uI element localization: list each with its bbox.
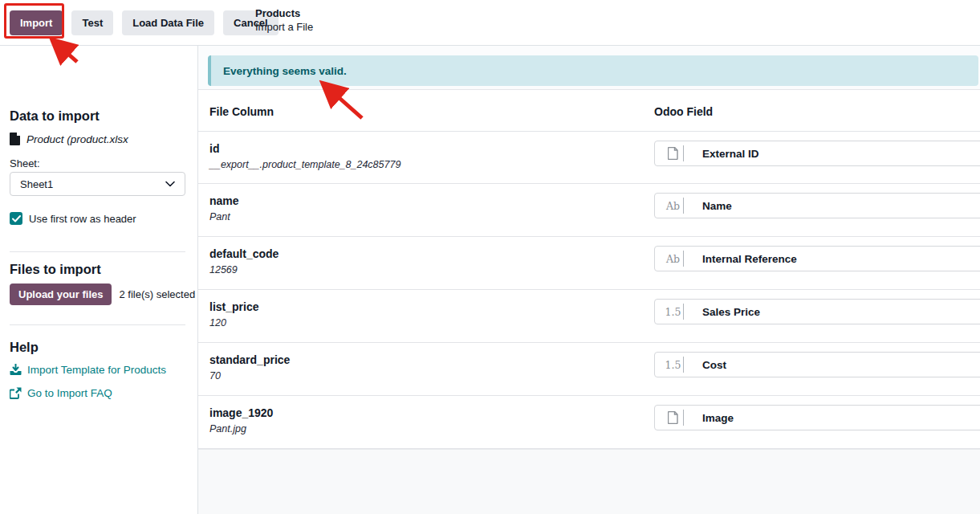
odoo-field-label: Name	[702, 200, 732, 212]
field-box-divider	[683, 145, 684, 161]
field-box-divider	[683, 251, 684, 267]
document-icon	[664, 411, 682, 424]
files-selected-count: 2 file(s) selected	[119, 288, 195, 300]
odoo-field-label: Sales Price	[702, 306, 760, 318]
number-icon: 1.5	[664, 359, 682, 371]
file-column-name: standard_price	[209, 353, 290, 366]
main-content: Everything seems valid. File Column Odoo…	[198, 46, 980, 514]
first-row-header-option[interactable]: Use first row as header	[10, 212, 136, 225]
files-to-import-heading: Files to import	[10, 262, 101, 277]
validation-alert-text: Everything seems valid.	[211, 65, 347, 77]
import-screen: Import Test Load Data File Cancel Produc…	[0, 0, 980, 514]
first-row-header-label: Use first row as header	[29, 213, 136, 225]
table-row: standard_price 70 1.5 Cost	[198, 343, 980, 396]
odoo-field-label: Internal Reference	[702, 253, 797, 265]
file-column-sample-value: 12569	[209, 264, 238, 275]
data-to-import-heading: Data to import	[10, 108, 100, 124]
file-column-sample-value: Pant	[209, 211, 230, 222]
breadcrumb: Products Import a File	[255, 6, 313, 34]
table-row: list_price 120 1.5 Sales Price	[198, 290, 980, 343]
sidebar-divider	[10, 324, 185, 325]
sheet-select[interactable]: Sheet1	[10, 172, 185, 196]
odoo-field-select[interactable]: 1.5 Sales Price	[654, 299, 980, 324]
validation-alert: Everything seems valid.	[208, 55, 978, 86]
document-icon	[664, 147, 682, 160]
odoo-field-label: Image	[702, 412, 734, 424]
test-button[interactable]: Test	[71, 10, 113, 35]
text-icon: Ab	[664, 253, 682, 265]
breadcrumb-title[interactable]: Products	[255, 6, 313, 20]
sidebar-divider	[10, 251, 185, 252]
file-column-name: image_1920	[209, 406, 273, 419]
sheet-label: Sheet:	[10, 157, 40, 169]
breadcrumb-subtitle: Import a File	[255, 20, 313, 34]
odoo-field-select[interactable]: Ab Name	[654, 193, 980, 218]
odoo-field-label: External ID	[702, 148, 759, 160]
imported-file-row: Product (product.xlsx	[10, 133, 128, 145]
table-row: image_1920 Pant.jpg Image	[198, 396, 980, 449]
odoo-field-select[interactable]: Ab Internal Reference	[654, 246, 980, 271]
file-column-name: name	[209, 194, 239, 207]
file-column-sample-value: Pant.jpg	[209, 423, 246, 434]
file-column-sample-value: 120	[209, 317, 226, 328]
table-row: name Pant Ab Name	[198, 184, 980, 237]
odoo-field-label: Cost	[702, 359, 726, 371]
upload-your-files-button[interactable]: Upload your files	[10, 284, 112, 305]
sheet-select-value: Sheet1	[20, 178, 53, 190]
alert-strip: Everything seems valid.	[198, 46, 980, 90]
odoo-field-select[interactable]: Image	[654, 405, 980, 430]
field-box-divider	[683, 410, 684, 426]
file-column-sample-value: 70	[209, 370, 221, 381]
sidebar: Data to import Product (product.xlsx She…	[0, 46, 198, 514]
chevron-down-icon	[165, 181, 175, 187]
import-faq-link-label: Go to Import FAQ	[27, 387, 112, 399]
file-column-sample-value: __export__.product_template_8_24c85779	[209, 159, 401, 170]
file-column-name: list_price	[209, 300, 258, 313]
file-column-name: id	[209, 142, 219, 155]
odoo-field-select[interactable]: 1.5 Cost	[654, 352, 980, 377]
import-button[interactable]: Import	[10, 10, 63, 35]
table-row: default_code 12569 Ab Internal Reference	[198, 237, 980, 290]
help-heading: Help	[10, 340, 39, 355]
odoo-field-header: Odoo Field	[654, 105, 713, 118]
checkbox-checked-icon[interactable]	[10, 212, 22, 225]
import-faq-link[interactable]: Go to Import FAQ	[10, 387, 112, 399]
imported-file-name: Product (product.xlsx	[26, 133, 128, 145]
table-footer-area	[198, 449, 980, 514]
download-icon	[10, 364, 22, 376]
field-box-divider	[683, 357, 684, 373]
field-box-divider	[683, 198, 684, 214]
upload-row: Upload your files 2 file(s) selected	[10, 284, 195, 305]
field-box-divider	[683, 304, 684, 320]
text-icon: Ab	[664, 200, 682, 212]
top-bar: Import Test Load Data File Cancel Produc…	[0, 0, 980, 46]
file-solid-icon	[10, 133, 21, 145]
import-template-link-label: Import Template for Products	[27, 364, 166, 376]
file-column-header: File Column	[209, 105, 274, 118]
odoo-field-select[interactable]: External ID	[654, 141, 980, 166]
load-data-file-button[interactable]: Load Data File	[122, 10, 214, 35]
import-template-link[interactable]: Import Template for Products	[10, 364, 166, 376]
file-column-name: default_code	[209, 247, 279, 260]
table-row: id __export__.product_template_8_24c8577…	[198, 131, 980, 184]
number-icon: 1.5	[664, 306, 682, 318]
action-buttons: Import Test Load Data File Cancel	[10, 10, 279, 35]
external-link-icon	[10, 387, 22, 399]
